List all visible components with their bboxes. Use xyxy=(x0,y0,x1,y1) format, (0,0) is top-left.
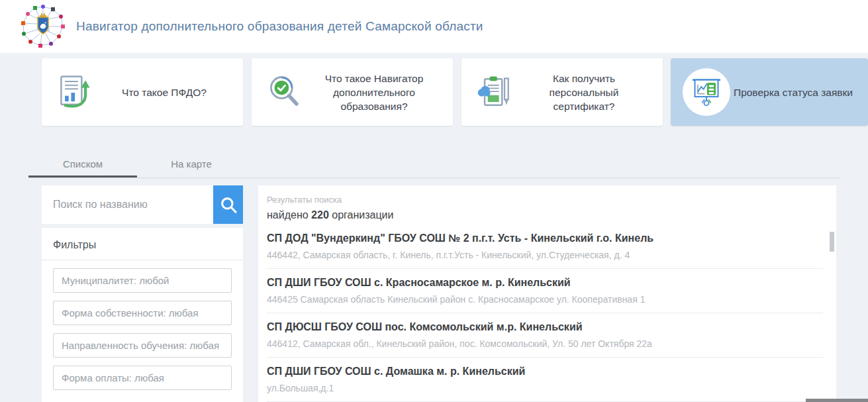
header: Навигатор дополнительного образования де… xyxy=(0,0,868,53)
presentation-chart-icon xyxy=(683,68,730,116)
organization-address: 446442, Самарская область, г. Кинель, п.… xyxy=(267,250,823,260)
results-count: найдено 220 организации xyxy=(267,209,823,221)
result-item[interactable]: СП ДШИ ГБОУ СОШ с. Красносамарское м. р.… xyxy=(267,269,823,313)
search-button[interactable] xyxy=(213,185,243,224)
card-label: Что такое Навигатор дополнительного обра… xyxy=(307,72,441,113)
horizontal-scrollbar[interactable] xyxy=(806,399,868,402)
document-growth-chart-icon xyxy=(54,70,97,114)
search-icon xyxy=(217,193,240,216)
result-item[interactable]: СП ДЮСШ ГБОУ СОШ пос. Комсомольский м.р.… xyxy=(267,313,823,358)
results-scrollbar-thumb[interactable] xyxy=(830,232,834,252)
result-item[interactable]: СП ДОД "Вундеркинд" ГБОУ СОШ № 2 п.г.т. … xyxy=(267,225,823,269)
filter-payment-form[interactable]: Форма оплаты: любая xyxy=(53,366,232,390)
result-item[interactable]: СП ДШИ ГБОУ СОШ с. Домашка м. р. Кинельс… xyxy=(267,358,823,402)
card-label: Что такое ПФДО? xyxy=(97,85,231,99)
card-label: Как получить персональный сертификат? xyxy=(517,72,651,113)
tab-map-view[interactable]: На карте xyxy=(137,150,246,177)
organization-title[interactable]: СП ДШИ ГБОУ СОШ с. Красносамарское м. р.… xyxy=(267,276,823,289)
organization-title[interactable]: СП ДШИ ГБОУ СОШ с. Домашка м. р. Кинельс… xyxy=(267,365,823,378)
results-list: СП ДОД "Вундеркинд" ГБОУ СОШ № 2 п.г.т. … xyxy=(267,225,823,402)
filters-panel: Фильтры Муниципалитет: любой Форма собст… xyxy=(42,228,243,402)
clipboard-cloud-pencil-icon xyxy=(473,70,517,114)
page-title: Навигатор дополнительного образования де… xyxy=(76,0,483,53)
results-label: Результаты поиска xyxy=(267,195,823,205)
organization-title[interactable]: СП ДЮСШ ГБОУ СОШ пос. Комсомольский м.р.… xyxy=(267,321,823,334)
card-what-is-pfdo[interactable]: Что такое ПФДО? xyxy=(42,58,243,126)
organization-address: ул.Большая,д.1 xyxy=(267,383,823,393)
site-logo-icon xyxy=(20,3,66,50)
filter-education-direction[interactable]: Направленность обучения: любая xyxy=(53,333,232,358)
results-count-number: 220 xyxy=(311,209,329,221)
organization-title[interactable]: СП ДОД "Вундеркинд" ГБОУ СОШ № 2 п.г.т. … xyxy=(267,232,823,245)
tab-list-view[interactable]: Списком xyxy=(28,150,137,177)
magnifier-check-icon xyxy=(264,70,307,114)
filter-municipality[interactable]: Муниципалитет: любой xyxy=(53,268,232,293)
organization-address: 446412, Самарская обл., Кинельский район… xyxy=(267,338,823,349)
organization-address: 446425 Самарская область Кинельский райо… xyxy=(267,294,823,305)
card-check-application-status[interactable]: Проверка статуса заявки xyxy=(671,58,868,126)
search-results-panel: Результаты поиска найдено 220 организаци… xyxy=(258,185,836,402)
card-label: Проверка статуса заявки xyxy=(730,85,856,99)
search-box xyxy=(42,185,243,224)
search-input[interactable] xyxy=(42,185,213,224)
filters-heading: Фильтры xyxy=(42,228,243,260)
view-tabs: Списком На карте xyxy=(28,150,840,178)
card-how-get-certificate[interactable]: Как получить персональный сертификат? xyxy=(461,58,663,126)
filter-ownership-form[interactable]: Форма собственности: любая xyxy=(53,301,232,325)
card-what-is-navigator[interactable]: Что такое Навигатор дополнительного обра… xyxy=(252,58,453,126)
